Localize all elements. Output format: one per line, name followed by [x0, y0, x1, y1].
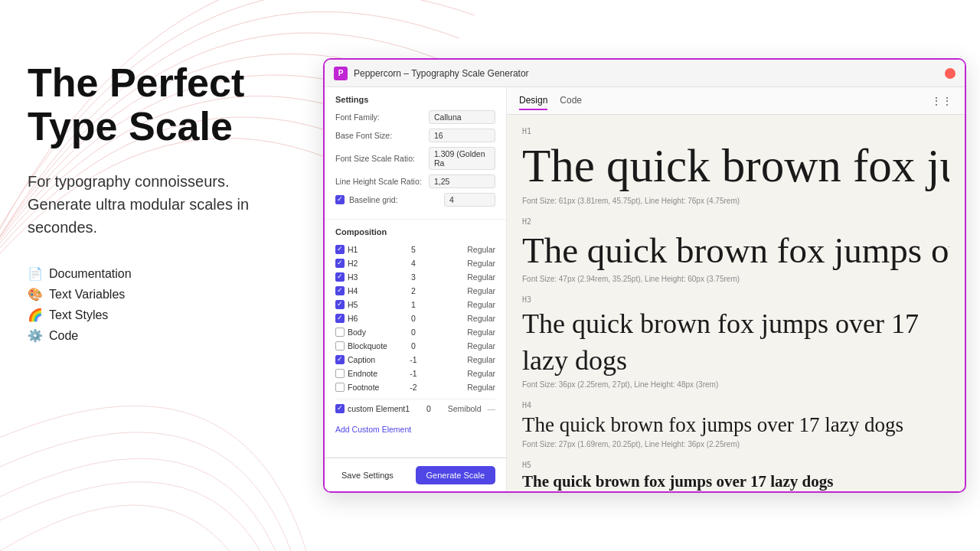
nav-item-text-styles[interactable]: 🌈 Text Styles — [28, 308, 294, 322]
h6-name: H6 — [348, 314, 401, 323]
custom-checkbox[interactable] — [335, 404, 345, 413]
settings-panel: Settings Font Family: Calluna Base Font … — [325, 87, 507, 491]
footnote-style: Regular — [426, 383, 495, 392]
font-family-value[interactable]: Calluna — [429, 110, 495, 124]
baseline-label: Baseline grid: — [349, 195, 439, 204]
caption-name: Caption — [348, 355, 401, 364]
titlebar: P Peppercorn – Typography Scale Generato… — [325, 60, 965, 87]
endnote-step: -1 — [404, 369, 423, 378]
type-sample-h5: H5 The quick brown fox jumps over 17 laz… — [522, 461, 949, 491]
nav-item-code[interactable]: ⚙️ Code — [28, 328, 294, 343]
baseline-row: Baseline grid: 4 — [335, 193, 495, 207]
h1-style: Regular — [426, 245, 495, 254]
type-sample-h1: H1 The quick brown fox jumps over l Font… — [522, 127, 949, 205]
h2-style: Regular — [426, 259, 495, 268]
preview-tabs: Design Code ⋮⋮ — [507, 87, 965, 115]
blockquote-style: Regular — [426, 341, 495, 350]
comp-row-blockquote: Blockquote 0 Regular — [335, 339, 495, 353]
settings-section: Settings Font Family: Calluna Base Font … — [325, 87, 506, 220]
custom-step: 0 — [420, 404, 438, 413]
body-step: 0 — [404, 328, 423, 337]
custom-style: Semibold — [441, 404, 482, 413]
settings-title: Settings — [335, 95, 495, 104]
base-font-size-label: Base Font Size: — [335, 131, 426, 140]
comp-row-h4: H4 2 Regular — [335, 284, 495, 298]
scale-ratio-value[interactable]: 1.309 (Golden Ra — [429, 147, 495, 170]
tab-menu-icon[interactable]: ⋮⋮ — [931, 95, 952, 107]
line-height-row: Line Height Scale Ratio: 1,25 — [335, 174, 495, 188]
close-button[interactable]: ✕ — [945, 68, 956, 79]
save-settings-button[interactable]: Save Settings — [335, 468, 400, 483]
h3-checkbox[interactable] — [335, 272, 345, 282]
h4-checkbox[interactable] — [335, 286, 345, 295]
blockquote-step: 0 — [404, 341, 423, 350]
tv-emoji: 🎨 — [28, 287, 43, 302]
tab-code[interactable]: Code — [560, 92, 582, 110]
hero-subtitle: For typography connoisseurs. Generate ul… — [28, 170, 294, 239]
h1-name: H1 — [348, 245, 401, 254]
h4-name: H4 — [348, 286, 401, 295]
baseline-value[interactable]: 4 — [444, 193, 495, 207]
h2-checkbox[interactable] — [335, 259, 345, 268]
footnote-name: Footnote — [348, 383, 401, 392]
blockquote-name: Blockquote — [348, 341, 401, 350]
h6-style: Regular — [426, 314, 495, 323]
hero-title: The Perfect Type Scale — [28, 61, 294, 148]
body-checkbox[interactable] — [335, 328, 345, 337]
scale-ratio-label: Font Size Scale Ratio: — [335, 154, 426, 163]
comp-row-endnote: Endnote -1 Regular — [335, 367, 495, 380]
comp-row-caption: Caption -1 Regular — [335, 353, 495, 367]
h4-preview-text: The quick brown fox jumps over 17 lazy d… — [522, 411, 949, 439]
h2-name: H2 — [348, 259, 401, 268]
tab-design[interactable]: Design — [519, 92, 547, 110]
baseline-checkbox[interactable] — [335, 195, 345, 204]
titlebar-title: Peppercorn – Typography Scale Generator — [354, 68, 945, 79]
custom-element-row: custom Element1 0 Semibold — — [335, 399, 495, 416]
footnote-checkbox[interactable] — [335, 383, 345, 392]
endnote-name: Endnote — [348, 369, 401, 378]
add-custom-wrapper: Add Custom Element — [335, 422, 495, 435]
generate-scale-button[interactable]: Generate Scale — [416, 466, 495, 484]
h3-style: Regular — [426, 272, 495, 282]
endnote-checkbox[interactable] — [335, 369, 345, 378]
comp-row-body: Body 0 Regular — [335, 325, 495, 339]
footnote-step: -2 — [404, 383, 423, 392]
h4-meta: Font Size: 27px (1.69rem, 20.25pt), Line… — [522, 440, 949, 448]
custom-name: custom Element1 — [348, 404, 416, 413]
line-height-value[interactable]: 1,25 — [429, 174, 495, 188]
composition-title: Composition — [335, 227, 495, 236]
nav-item-text-variables[interactable]: 🎨 Text Variables — [28, 287, 294, 302]
endnote-style: Regular — [426, 369, 495, 378]
base-font-size-value[interactable]: 16 — [429, 129, 495, 142]
h5-checkbox[interactable] — [335, 300, 345, 309]
caption-checkbox[interactable] — [335, 355, 345, 364]
h5-style: Regular — [426, 300, 495, 309]
preview-panel: Design Code ⋮⋮ H1 The quick brown fox ju… — [507, 87, 965, 491]
caption-style: Regular — [426, 355, 495, 364]
h2-meta: Font Size: 47px (2.94rem, 35.25pt), Line… — [522, 275, 949, 283]
h1-step: 5 — [404, 245, 423, 254]
comp-row-h6: H6 0 Regular — [335, 311, 495, 325]
h5-step: 1 — [404, 300, 423, 309]
body-name: Body — [348, 328, 401, 337]
type-sample-h4: H4 The quick brown fox jumps over 17 laz… — [522, 401, 949, 448]
nav-label: Documentation — [49, 267, 132, 281]
h1-checkbox[interactable] — [335, 245, 345, 254]
blockquote-checkbox[interactable] — [335, 341, 345, 350]
comp-row-h1: H1 5 Regular — [335, 243, 495, 256]
h6-checkbox[interactable] — [335, 314, 345, 323]
nav-label: Code — [49, 329, 78, 343]
preview-content: H1 The quick brown fox jumps over l Font… — [507, 115, 965, 491]
h5-preview-text: The quick brown fox jumps over 17 lazy d… — [522, 471, 949, 491]
app-body: Settings Font Family: Calluna Base Font … — [325, 87, 965, 491]
nav-item-documentation[interactable]: 📄 Documentation — [28, 266, 294, 281]
h2-step: 4 — [404, 259, 423, 268]
base-font-size-row: Base Font Size: 16 — [335, 129, 495, 142]
h4-step: 2 — [404, 286, 423, 295]
font-family-row: Font Family: Calluna — [335, 110, 495, 124]
settings-bottom-bar: Save Settings Generate Scale — [325, 458, 506, 491]
h6-step: 0 — [404, 314, 423, 323]
font-family-label: Font Family: — [335, 112, 426, 122]
add-custom-button[interactable]: Add Custom Element — [335, 423, 411, 435]
h3-meta: Font Size: 36px (2.25rem, 27pt), Line He… — [522, 380, 949, 389]
